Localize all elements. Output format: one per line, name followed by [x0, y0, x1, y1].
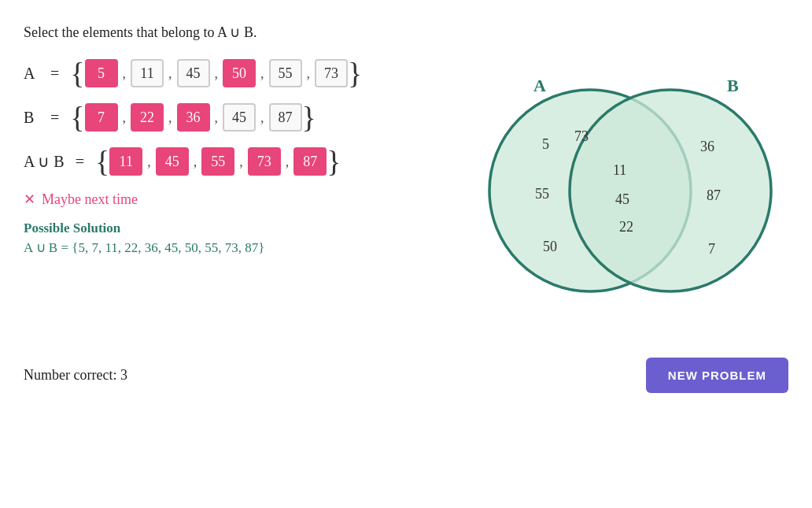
instruction: Select the elements that belong to A ∪ B…: [24, 24, 788, 41]
set-b-row: B = { 7,22,36,45,87 }: [24, 102, 426, 132]
maybe-next-time: Maybe next time: [42, 191, 138, 208]
set-b-element-45[interactable]: 45: [223, 103, 256, 132]
svg-text:7: 7: [708, 241, 715, 257]
set-a-brace-left: {: [70, 58, 84, 88]
separator: ,: [260, 65, 264, 82]
svg-text:11: 11: [613, 162, 626, 178]
result-feedback: ✕ Maybe next time: [24, 191, 426, 208]
svg-text:36: 36: [700, 139, 714, 154]
main-content: A = { 5,11,45,50,55,73 } B = { 7,22,36,4…: [24, 58, 788, 310]
svg-text:5: 5: [542, 136, 549, 152]
possible-solution: Possible Solution A ∪ B = {5, 7, 11, 22,…: [24, 221, 426, 256]
svg-text:45: 45: [615, 191, 629, 207]
possible-content: A ∪ B = {5, 7, 11, 22, 36, 45, 50, 55, 7…: [24, 239, 426, 256]
set-b-element-22[interactable]: 22: [131, 103, 164, 132]
separator: ,: [123, 65, 127, 82]
svg-text:B: B: [727, 76, 739, 95]
union-elements: 11,45,55,73,87: [109, 147, 327, 176]
union-element-55[interactable]: 55: [201, 147, 234, 176]
set-a-element-5[interactable]: 5: [85, 59, 118, 87]
set-b-elements: 7,22,36,45,87: [85, 103, 302, 132]
set-b-label: B: [24, 109, 39, 127]
set-b-brace-left: {: [70, 102, 84, 132]
separator: ,: [286, 154, 290, 170]
svg-text:A: A: [533, 76, 546, 95]
footer: Number correct: 3 NEW PROBLEM: [24, 350, 788, 393]
set-a-brace-right: }: [348, 58, 362, 88]
svg-text:22: 22: [619, 219, 633, 235]
set-b-element-87[interactable]: 87: [269, 103, 302, 132]
separator: ,: [168, 109, 172, 126]
x-icon: ✕: [24, 191, 35, 208]
venn-diagram: A B 5 73 55 50 11 45 22 36 87 7: [458, 58, 788, 310]
set-b-equals: =: [50, 109, 59, 127]
set-a-equals: =: [50, 65, 59, 83]
union-element-45[interactable]: 45: [156, 147, 189, 176]
separator: ,: [215, 65, 219, 82]
set-b-element-36[interactable]: 36: [177, 103, 210, 132]
possible-title: Possible Solution: [24, 221, 426, 236]
set-a-elements: 5,11,45,50,55,73: [85, 59, 349, 87]
union-row: A ∪ B = { 11,45,55,73,87 }: [24, 146, 426, 176]
set-a-element-45[interactable]: 45: [177, 59, 210, 87]
set-b-element-7[interactable]: 7: [85, 103, 118, 132]
separator: ,: [239, 154, 243, 170]
svg-text:87: 87: [707, 187, 721, 203]
separator: ,: [307, 65, 311, 82]
union-element-87[interactable]: 87: [293, 147, 327, 176]
separator: ,: [123, 109, 127, 126]
set-b-brace-right: }: [302, 102, 316, 132]
set-a-element-73[interactable]: 73: [315, 59, 348, 87]
union-brace-right: }: [327, 146, 341, 176]
union-element-73[interactable]: 73: [248, 147, 281, 176]
separator: ,: [260, 109, 264, 126]
set-a-element-50[interactable]: 50: [223, 59, 256, 87]
union-element-11[interactable]: 11: [109, 147, 142, 176]
set-a-element-55[interactable]: 55: [269, 59, 302, 87]
svg-text:55: 55: [535, 186, 549, 202]
svg-text:50: 50: [543, 239, 557, 254]
separator: ,: [215, 109, 219, 126]
svg-point-1: [570, 90, 771, 291]
separator: ,: [168, 65, 172, 82]
union-label: A ∪ B: [24, 152, 65, 171]
set-a-row: A = { 5,11,45,50,55,73 }: [24, 58, 426, 88]
separator: ,: [194, 154, 197, 170]
union-brace-left: {: [95, 146, 109, 176]
separator: ,: [147, 154, 151, 170]
set-a-label: A: [24, 65, 39, 83]
correct-count: Number correct: 3: [24, 367, 127, 384]
new-problem-button[interactable]: NEW PROBLEM: [646, 358, 788, 393]
union-equals: =: [76, 153, 84, 171]
left-panel: A = { 5,11,45,50,55,73 } B = { 7,22,36,4…: [24, 58, 426, 256]
set-a-element-11[interactable]: 11: [131, 59, 164, 87]
svg-text:73: 73: [574, 128, 589, 144]
